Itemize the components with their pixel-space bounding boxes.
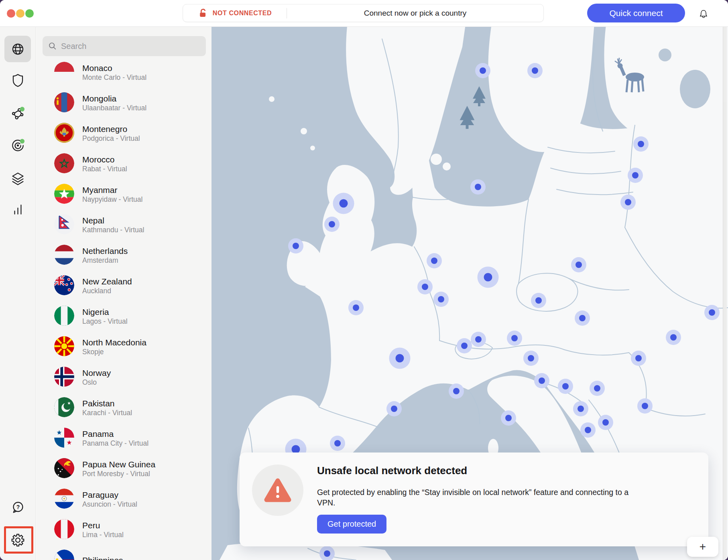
map-pin[interactable] [598,415,613,430]
zoom-window-button[interactable] [25,9,34,18]
map-pin[interactable] [628,168,643,183]
sidebar-item-meshnet[interactable] [4,100,31,126]
country-list-item[interactable]: Nepal Kathmandu - Virtual [37,210,211,240]
country-list-item[interactable]: New Zealand Auckland [37,271,211,301]
map-pin[interactable] [571,257,586,272]
map-pin[interactable] [507,331,522,346]
map-pin[interactable] [470,179,486,195]
status-label: NOT CONNECTED [213,10,272,17]
country-name: New Zealand [82,276,132,287]
map-pin[interactable] [433,292,449,307]
sidebar-item-help[interactable]: ? [4,494,31,521]
map-pin[interactable] [575,310,590,326]
country-name: Morocco [82,154,127,165]
map-pin[interactable] [288,238,303,254]
country-list-item[interactable]: Monaco Monte Carlo - Virtual [37,57,211,88]
search-box[interactable] [43,36,206,56]
map-pin[interactable] [427,253,442,268]
notifications-bell-icon[interactable] [697,7,710,21]
search-icon [48,42,57,51]
search-input[interactable] [60,41,200,51]
quick-connect-button[interactable]: Quick connect [587,4,685,22]
map-pin[interactable] [704,305,720,320]
sidebar: ? [0,27,36,560]
map-pin[interactable] [527,63,543,78]
map-pin[interactable] [319,546,335,560]
map-pin[interactable] [417,279,433,294]
sidebar-item-security[interactable] [4,66,31,93]
bars-icon [10,201,26,217]
country-name: Montenegro [82,124,140,134]
map-pin[interactable] [631,351,646,366]
map-pin[interactable] [478,267,499,288]
country-list-item[interactable]: Myanmar Naypyidaw - Virtual [37,179,211,210]
map-pin[interactable] [666,330,681,345]
country-flag-icon [54,92,74,114]
unsafe-network-card: Unsafe local network detected Get protec… [240,452,708,546]
map-pin[interactable] [389,348,411,369]
country-flag-icon [54,367,74,388]
country-name: Monaco [82,63,146,73]
sidebar-item-monitor[interactable] [4,132,31,158]
country-city: Ulaanbaatar - Virtual [82,104,146,113]
map-pin[interactable] [523,351,539,366]
map-pin[interactable] [475,63,490,78]
country-list-item[interactable]: Nigeria Lagos - Virtual [37,301,211,332]
map-pin[interactable] [348,300,364,315]
map-pin[interactable] [573,401,588,416]
sidebar-item-countries[interactable] [4,36,31,62]
map-pin[interactable] [457,338,472,353]
minimize-window-button[interactable] [16,9,24,18]
sidebar-item-settings[interactable] [4,527,31,553]
country-list-item[interactable]: Paraguay Asuncion - Virtual [37,484,211,515]
sidebar-item-multihop[interactable] [4,165,31,192]
country-list-item[interactable]: North Macedonia Skopje [37,332,211,362]
country-name: North Macedonia [82,337,146,348]
country-list-item[interactable]: Montenegro Podgorica - Virtual [37,118,211,149]
map-zoom-in-button[interactable]: + [687,537,718,557]
map-pin[interactable] [633,136,649,152]
country-flag-icon [54,153,74,175]
country-list-item[interactable]: Pakistan Karachi - Virtual [37,393,211,423]
scrollbar[interactable] [723,27,727,560]
country-list-item[interactable]: Norway Oslo [37,362,211,393]
close-window-button[interactable] [7,9,15,18]
map-pin[interactable] [590,381,605,396]
map-area[interactable]: Unsafe local network detected Get protec… [211,27,728,560]
map-pin[interactable] [531,293,546,308]
country-city: Monte Carlo - Virtual [82,73,146,82]
country-list-item[interactable]: Netherlands Amsterdam [37,240,211,271]
country-name: Papua New Guinea [82,459,155,470]
country-flag-icon [54,306,74,327]
country-list-item[interactable]: Peru Lima - Virtual [37,515,211,545]
country-name: Netherlands [82,246,128,256]
country-name: Philippines [82,555,123,560]
map-pin[interactable] [386,401,402,416]
country-city: Podgorica - Virtual [82,134,140,143]
map-pin[interactable] [534,373,549,388]
map-pin[interactable] [620,195,636,210]
card-title: Unsafe local network detected [317,465,467,477]
country-city: Amsterdam [82,256,128,265]
country-list-item[interactable]: Philippines [37,545,211,560]
map-pin[interactable] [449,383,464,399]
map-pin[interactable] [580,422,596,438]
card-body: Get protected by enabling the “Stay invi… [317,487,642,508]
get-protected-button[interactable]: Get protected [317,515,386,534]
country-list-item[interactable]: Panama Panama City - Virtual [37,423,211,454]
map-pin[interactable] [333,193,354,214]
map-pin[interactable] [558,379,573,394]
map-pin[interactable] [471,332,486,347]
sidebar-item-statistics[interactable] [4,195,31,222]
map-pin[interactable] [501,410,516,426]
map-pin[interactable] [330,436,345,451]
country-list-item[interactable]: Mongolia Ulaanbaatar - Virtual [37,88,211,118]
country-flag-icon [54,123,74,144]
country-list-item[interactable]: Morocco Rabat - Virtual [37,149,211,179]
country-list-item[interactable]: Papua New Guinea Port Moresby - Virtual [37,454,211,484]
country-picker-field[interactable]: Connect now or pick a country [287,9,543,18]
map-pin[interactable] [637,398,653,414]
country-flag-icon [54,489,74,510]
country-city: Karachi - Virtual [82,409,132,418]
map-pin[interactable] [324,217,340,232]
